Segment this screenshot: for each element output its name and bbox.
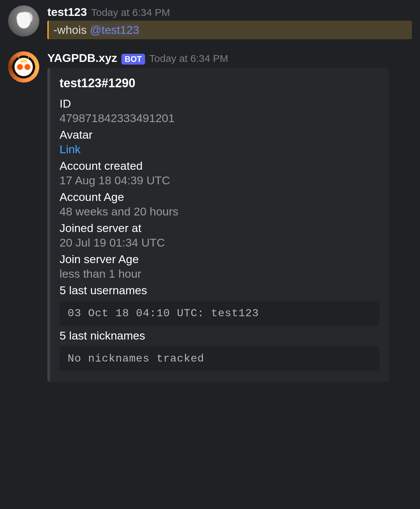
message-user: test123 Today at 6:34 PM -whois @test123 bbox=[0, 0, 420, 42]
field-value-account-age: 48 weeks and 20 hours bbox=[60, 205, 379, 218]
field-name-join-age: Join server Age bbox=[60, 253, 379, 266]
code-block-usernames: 03 Oct 18 04:10 UTC: test123 bbox=[60, 301, 379, 326]
robot-face-icon bbox=[15, 58, 32, 76]
field-name-id: ID bbox=[60, 97, 379, 110]
field-value-id: 479871842333491201 bbox=[60, 112, 379, 125]
field-name-usernames: 5 last usernames bbox=[60, 284, 379, 297]
message-body: YAGPDB.xyz BOT Today at 6:34 PM test123#… bbox=[47, 51, 412, 382]
avatar[interactable] bbox=[8, 5, 39, 37]
mention[interactable]: @test123 bbox=[90, 23, 139, 36]
field-value-joined: 20 Jul 19 01:34 UTC bbox=[60, 236, 379, 249]
bot-badge: BOT bbox=[121, 54, 145, 65]
command-message: -whois @test123 bbox=[47, 21, 412, 39]
command-text: -whois bbox=[53, 23, 90, 36]
embed-title: test123#1290 bbox=[60, 76, 379, 90]
field-name-account-age: Account Age bbox=[60, 190, 379, 204]
embed: test123#1290 ID 479871842333491201 Avata… bbox=[47, 68, 389, 382]
message-bot: YAGPDB.xyz BOT Today at 6:34 PM test123#… bbox=[0, 42, 420, 385]
message-header: YAGPDB.xyz BOT Today at 6:34 PM bbox=[47, 51, 412, 65]
field-value-join-age: less than 1 hour bbox=[60, 267, 379, 280]
field-name-nicknames: 5 last nicknames bbox=[60, 329, 379, 342]
message-body: test123 Today at 6:34 PM -whois @test123 bbox=[47, 5, 412, 39]
username[interactable]: YAGPDB.xyz bbox=[47, 51, 117, 65]
avatar[interactable] bbox=[8, 51, 39, 83]
timestamp: Today at 6:34 PM bbox=[149, 53, 228, 64]
code-block-nicknames: No nicknames tracked bbox=[60, 346, 379, 371]
field-value-created: 17 Aug 18 04:39 UTC bbox=[60, 174, 379, 187]
avatar-link[interactable]: Link bbox=[60, 143, 379, 156]
username[interactable]: test123 bbox=[47, 5, 87, 19]
field-name-created: Account created bbox=[60, 159, 379, 172]
field-name-avatar: Avatar bbox=[60, 128, 379, 141]
message-header: test123 Today at 6:34 PM bbox=[47, 5, 412, 19]
timestamp: Today at 6:34 PM bbox=[91, 7, 170, 18]
field-name-joined: Joined server at bbox=[60, 222, 379, 235]
